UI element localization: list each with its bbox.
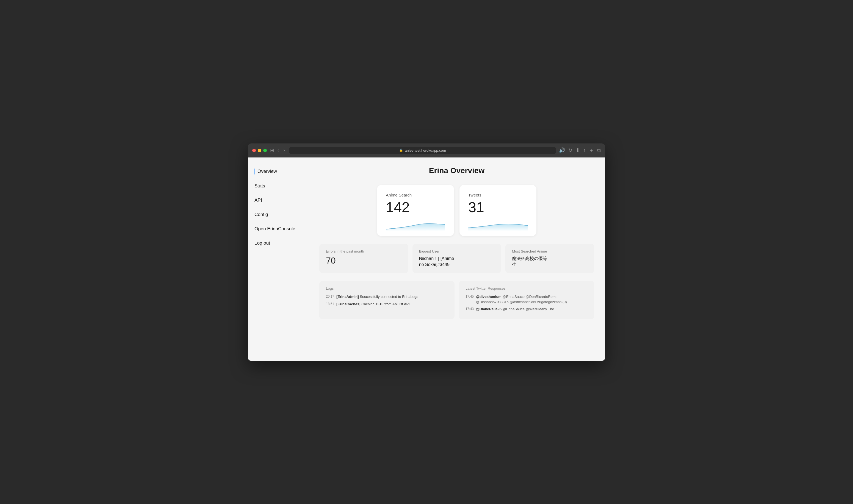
tweet-user-2: @BlakeRella95 bbox=[476, 307, 502, 311]
lock-icon: 🔒 bbox=[399, 148, 403, 152]
log-entry-1: 20:17 [ErinaAdmin] Successfully connecte… bbox=[326, 294, 448, 299]
tweets-value: 31 bbox=[468, 199, 528, 215]
log-cards: Logs 20:17 [ErinaAdmin] Successfully con… bbox=[319, 281, 594, 319]
browser-window: ⊞ ‹ › 🔒 anise-test.herokuapp.com 🔊 ↻ ⬇ ↑… bbox=[248, 143, 605, 361]
tweets-card: Tweets 31 bbox=[459, 185, 537, 236]
log-tag-1: [ErinaAdmin] bbox=[337, 294, 359, 299]
sidebar-item-stats[interactable]: Stats bbox=[254, 183, 302, 189]
most-searched-label: Most Searched Anime bbox=[512, 249, 587, 253]
logs-card: Logs 20:17 [ErinaAdmin] Successfully con… bbox=[319, 281, 455, 319]
tweets-chart bbox=[468, 220, 528, 231]
page-title: Erina Overview bbox=[319, 166, 594, 175]
tweet-text-1: @diveshonium @ErinaSauce @DonRicardoRemi… bbox=[476, 294, 587, 304]
sidebar-item-api[interactable]: API bbox=[254, 198, 302, 203]
sidebar-label-logout: Log out bbox=[254, 240, 270, 246]
sidebar-label-console: Open ErinaConsole bbox=[254, 226, 295, 232]
traffic-lights bbox=[252, 149, 267, 152]
back-button[interactable]: ‹ bbox=[276, 148, 280, 153]
sidebar-label-stats: Stats bbox=[254, 183, 265, 189]
most-searched-value: 魔法科高校の優等生 bbox=[512, 256, 587, 268]
sidebar-item-config[interactable]: Config bbox=[254, 212, 302, 217]
twitter-card: Latest Twitter Responses 17:45 @diveshon… bbox=[459, 281, 594, 319]
browser-controls: ⊞ ‹ › bbox=[270, 147, 286, 154]
biggest-user-value: Niichan！| [Animeno Sekai]#3449 bbox=[419, 256, 495, 268]
sidebar-label-api: API bbox=[254, 198, 262, 203]
browser-chrome: ⊞ ‹ › 🔒 anise-test.herokuapp.com 🔊 ↻ ⬇ ↑… bbox=[248, 143, 605, 158]
maximize-button[interactable] bbox=[263, 149, 267, 152]
sidebar-label-config: Config bbox=[254, 212, 268, 217]
anime-search-value: 142 bbox=[386, 199, 445, 215]
sidebar-item-overview[interactable]: Overview bbox=[254, 168, 302, 175]
errors-card: Errors in the past month 70 bbox=[319, 244, 408, 273]
minimize-button[interactable] bbox=[258, 149, 261, 152]
log-text-1: [ErinaAdmin] Successfully connected to E… bbox=[337, 294, 418, 299]
tab-overview-icon[interactable]: ⧉ bbox=[597, 148, 601, 154]
sidebar-item-logout[interactable]: Log out bbox=[254, 240, 302, 246]
tweet-text-2: @BlakeRella95 @ErinaSauce @WeifuMany The… bbox=[476, 307, 557, 312]
refresh-icon[interactable]: ↻ bbox=[568, 147, 573, 154]
twitter-title: Latest Twitter Responses bbox=[466, 286, 587, 290]
biggest-user-card: Biggest User Niichan！| [Animeno Sekai]#3… bbox=[413, 244, 501, 273]
sidebar: Overview Stats API Config Open ErinaCons… bbox=[248, 158, 308, 361]
tweet-time-1: 17:45 bbox=[466, 294, 474, 304]
tweet-entry-2: 17:43 @BlakeRella95 @ErinaSauce @WeifuMa… bbox=[466, 307, 587, 312]
anime-search-card: Anime Search 142 bbox=[377, 185, 454, 236]
active-indicator bbox=[254, 168, 255, 175]
url-display: anise-test.herokuapp.com bbox=[405, 148, 446, 152]
anime-search-label: Anime Search bbox=[386, 193, 445, 197]
tweet-user-1: @diveshonium bbox=[476, 294, 502, 299]
log-msg-1: Successfully connected to ErinaLogs bbox=[360, 294, 418, 299]
stats-cards: Anime Search 142 bbox=[319, 185, 594, 236]
page-content: Overview Stats API Config Open ErinaCons… bbox=[248, 158, 605, 361]
log-time-2: 18:51 bbox=[326, 302, 334, 307]
log-entry-2: 18:51 [ErinaCaches] Caching 1313 from An… bbox=[326, 302, 448, 307]
close-button[interactable] bbox=[252, 149, 256, 152]
log-time-1: 20:17 bbox=[326, 294, 334, 299]
forward-button[interactable]: › bbox=[282, 148, 286, 153]
logs-title: Logs bbox=[326, 286, 448, 290]
log-msg-2: Caching 1313 from AniList API... bbox=[361, 302, 413, 306]
anime-search-chart bbox=[386, 220, 445, 231]
sidebar-toggle-icon[interactable]: ⊞ bbox=[270, 147, 274, 154]
tweet-time-2: 17:43 bbox=[466, 307, 474, 312]
new-tab-icon[interactable]: ＋ bbox=[589, 147, 594, 154]
log-text-2: [ErinaCaches] Caching 1313 from AniList … bbox=[337, 302, 413, 307]
audio-icon[interactable]: 🔊 bbox=[559, 147, 565, 154]
errors-value: 70 bbox=[326, 256, 401, 266]
most-searched-card: Most Searched Anime 魔法科高校の優等生 bbox=[505, 244, 594, 273]
main-content: Erina Overview Anime Search 142 bbox=[308, 158, 605, 361]
sidebar-item-console[interactable]: Open ErinaConsole bbox=[254, 226, 302, 232]
info-cards: Errors in the past month 70 Biggest User… bbox=[319, 244, 594, 273]
sidebar-label-overview: Overview bbox=[257, 169, 277, 174]
share-icon[interactable]: ↑ bbox=[583, 148, 586, 154]
download-icon[interactable]: ⬇ bbox=[576, 147, 580, 154]
browser-actions: 🔊 ↻ ⬇ ↑ ＋ ⧉ bbox=[559, 147, 601, 154]
tweet-entry-1: 17:45 @diveshonium @ErinaSauce @DonRicar… bbox=[466, 294, 587, 304]
log-tag-2: [ErinaCaches] bbox=[337, 302, 360, 306]
errors-label: Errors in the past month bbox=[326, 249, 401, 253]
address-bar[interactable]: 🔒 anise-test.herokuapp.com bbox=[289, 147, 556, 154]
tweets-label: Tweets bbox=[468, 193, 528, 197]
biggest-user-label: Biggest User bbox=[419, 249, 495, 253]
tweet-msg-2: @ErinaSauce @WeifuMany The... bbox=[503, 307, 557, 311]
